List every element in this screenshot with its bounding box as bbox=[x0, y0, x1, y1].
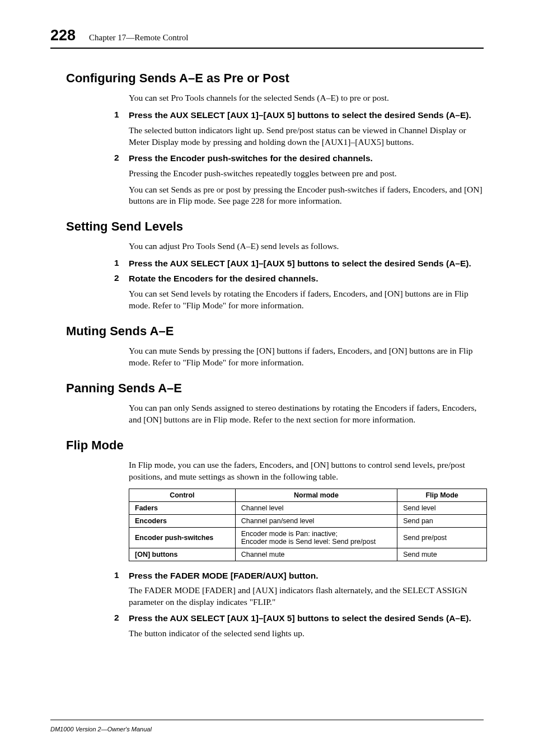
step-number: 1 bbox=[114, 258, 129, 270]
table-row: Encoders Channel pan/send level Send pan bbox=[129, 514, 487, 527]
cell-flip: Send pan bbox=[397, 514, 487, 527]
th-control: Control bbox=[129, 489, 236, 501]
cell-flip: Send pre/post bbox=[397, 527, 487, 548]
configuring-intro: You can set Pro Tools channels for the s… bbox=[129, 92, 484, 104]
cell-normal: Channel level bbox=[235, 501, 397, 514]
configuring-step1-body: The selected button indicators light up.… bbox=[129, 125, 484, 148]
step-label: Rotate the Encoders for the desired chan… bbox=[129, 273, 318, 285]
step-number: 2 bbox=[114, 153, 129, 165]
heading-panning: Panning Sends A–E bbox=[66, 381, 484, 396]
step-label: Press the AUX SELECT [AUX 1]–[AUX 5] but… bbox=[129, 110, 471, 121]
page-footer: DM1000 Version 2—Owner's Manual bbox=[50, 720, 484, 734]
footer-rule bbox=[50, 720, 484, 720]
footer-text: DM1000 Version 2—Owner's Manual bbox=[50, 726, 152, 732]
configuring-step2: 2 Press the Encoder push-switches for th… bbox=[114, 153, 484, 165]
heading-setting: Setting Send Levels bbox=[66, 219, 484, 234]
step-label: Press the Encoder push-switches for the … bbox=[129, 153, 373, 165]
setting-step2: 2 Rotate the Encoders for the desired ch… bbox=[114, 273, 484, 285]
step-label: Press the AUX SELECT [AUX 1]–[AUX 5] but… bbox=[129, 613, 471, 624]
step-label: Press the FADER MODE [FADER/AUX] button. bbox=[129, 570, 318, 582]
table-header-row: Control Normal mode Flip Mode bbox=[129, 489, 487, 501]
flip-intro: In Flip mode, you can use the faders, En… bbox=[129, 459, 484, 483]
cell-flip: Send level bbox=[397, 501, 487, 514]
header-rule bbox=[50, 48, 484, 49]
flip-step2-body: The button indicator of the selected sen… bbox=[129, 628, 484, 640]
configuring-step1: 1 Press the AUX SELECT [AUX 1]–[AUX 5] b… bbox=[114, 110, 484, 121]
table-row: Encoder push-switches Encoder mode is Pa… bbox=[129, 527, 487, 548]
step-number: 2 bbox=[114, 273, 129, 285]
panning-body: You can pan only Sends assigned to stere… bbox=[129, 402, 484, 426]
cell-control: Faders bbox=[129, 501, 236, 514]
heading-flip: Flip Mode bbox=[66, 438, 484, 453]
page-header: 228 Chapter 17—Remote Control bbox=[50, 27, 484, 44]
table-row: Faders Channel level Send level bbox=[129, 501, 487, 514]
cell-control: Encoder push-switches bbox=[129, 527, 236, 548]
setting-intro: You can adjust Pro Tools Send (A–E) send… bbox=[129, 241, 484, 252]
step-label: Press the AUX SELECT [AUX 1]–[AUX 5] but… bbox=[129, 258, 471, 270]
heading-configuring: Configuring Sends A–E as Pre or Post bbox=[66, 71, 484, 86]
setting-step1: 1 Press the AUX SELECT [AUX 1]–[AUX 5] b… bbox=[114, 258, 484, 270]
muting-body: You can mute Sends by pressing the [ON] … bbox=[129, 345, 484, 369]
th-flip: Flip Mode bbox=[397, 489, 487, 501]
cell-flip: Send mute bbox=[397, 548, 487, 561]
heading-muting: Muting Sends A–E bbox=[66, 324, 484, 339]
cell-normal: Channel pan/send level bbox=[235, 514, 397, 527]
flip-step1-body: The FADER MODE [FADER] and [AUX] indicat… bbox=[129, 585, 484, 608]
setting-step2-body: You can set Send levels by rotating the … bbox=[129, 288, 484, 312]
flip-step2: 2 Press the AUX SELECT [AUX 1]–[AUX 5] b… bbox=[114, 613, 484, 624]
page-number: 228 bbox=[50, 27, 76, 44]
step-number: 2 bbox=[114, 613, 129, 624]
step-number: 1 bbox=[114, 570, 129, 582]
step-number: 1 bbox=[114, 110, 129, 121]
flip-step1: 1 Press the FADER MODE [FADER/AUX] butto… bbox=[114, 570, 484, 582]
flip-mode-table: Control Normal mode Flip Mode Faders Cha… bbox=[129, 489, 487, 561]
cell-normal: Encoder mode is Pan: inactive; Encoder m… bbox=[235, 527, 397, 548]
configuring-step2-body1: Pressing the Encoder push-switches repea… bbox=[129, 168, 484, 180]
chapter-label: Chapter 17—Remote Control bbox=[89, 33, 188, 43]
cell-normal: Channel mute bbox=[235, 548, 397, 561]
cell-control: [ON] buttons bbox=[129, 548, 236, 561]
cell-control: Encoders bbox=[129, 514, 236, 527]
configuring-step2-body2: You can set Sends as pre or post by pres… bbox=[129, 184, 484, 208]
table-row: [ON] buttons Channel mute Send mute bbox=[129, 548, 487, 561]
th-normal: Normal mode bbox=[235, 489, 397, 501]
